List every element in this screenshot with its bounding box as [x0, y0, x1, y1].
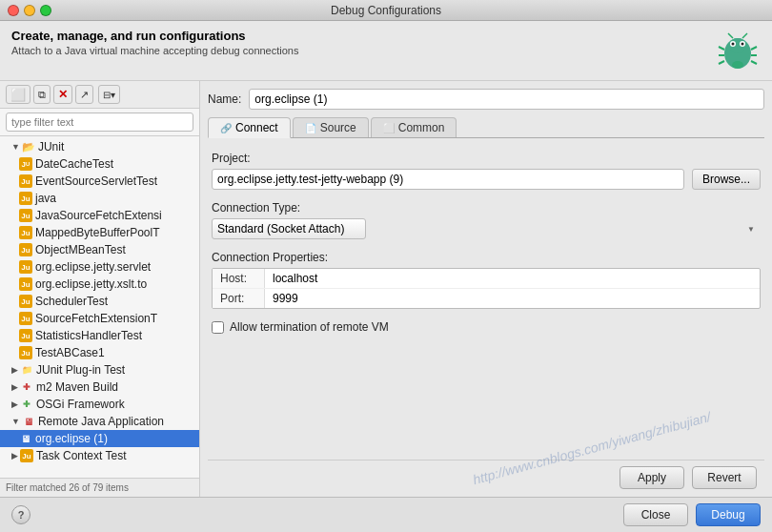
sidebar-item-junit-group[interactable]: ▼ 📂 JUnit	[0, 138, 199, 155]
sidebar-item-org-eclipse[interactable]: 🖥 org.eclipse (1)	[0, 430, 199, 447]
list-item[interactable]: Ju StatisticsHandlerTest	[0, 327, 199, 344]
apply-button[interactable]: Apply	[620, 466, 684, 489]
debug-button[interactable]: Debug	[696, 503, 761, 526]
tab-connect[interactable]: 🔗 Connect	[208, 117, 291, 138]
svg-line-11	[751, 47, 757, 50]
source-tab-label: Source	[320, 121, 356, 134]
sidebar-item-task-context[interactable]: ▶ Ju Task Context Test	[0, 447, 199, 464]
connection-type-select[interactable]: Standard (Socket Attach) Standard (Socke…	[212, 218, 366, 239]
name-row: Name:	[208, 89, 764, 110]
collapse-all-button[interactable]: ⊟▾	[98, 85, 120, 104]
project-label: Project:	[212, 152, 761, 165]
junit-icon: Ju	[19, 226, 32, 239]
junit-icon: Ju	[19, 260, 32, 274]
list-item[interactable]: Ju java	[0, 190, 199, 207]
junit-icon: Ju	[20, 449, 33, 462]
window-footer: ? Close Debug	[0, 497, 772, 532]
close-button[interactable]: Close	[623, 503, 688, 526]
delete-config-button[interactable]: ✕	[53, 85, 72, 104]
sidebar-item-osgi[interactable]: ▶ ✚ OSGi Framework	[0, 396, 199, 413]
allow-termination-row: Allow termination of remote VM	[212, 320, 761, 334]
connection-props-label: Connection Properties:	[212, 251, 761, 264]
svg-point-5	[742, 43, 744, 46]
junit-icon: Ju	[19, 295, 32, 308]
allow-termination-checkbox[interactable]	[212, 321, 224, 334]
junit-icon: Ju	[19, 329, 32, 342]
allow-termination-label[interactable]: Allow termination of remote VM	[230, 320, 389, 334]
connection-type-label: Connection Type:	[212, 201, 761, 215]
remote-java-icon: 🖥	[22, 415, 35, 428]
svg-line-8	[719, 47, 724, 50]
tab-source[interactable]: 📄 Source	[293, 117, 369, 137]
sidebar-item-remote-java[interactable]: ▼ 🖥 Remote Java Application	[0, 413, 199, 430]
list-item[interactable]: Ju org.eclipse.jetty.xslt.to	[0, 276, 199, 293]
name-label: Name:	[208, 92, 241, 106]
header-title: Create, manage, and run configurations	[11, 29, 298, 43]
source-tab-icon: 📄	[305, 123, 316, 133]
project-input[interactable]	[212, 169, 684, 190]
sidebar-search-area	[0, 109, 199, 136]
list-item[interactable]: Ju ObjectMBeanTest	[0, 241, 199, 258]
svg-line-10	[719, 61, 724, 64]
debug-icon	[715, 29, 761, 74]
new-config-button[interactable]: ⬜	[6, 85, 30, 104]
help-button[interactable]: ?	[11, 505, 30, 524]
maven-icon: ✚	[20, 380, 33, 394]
connection-props-section: Connection Properties: Host: Port:	[212, 251, 761, 309]
list-item[interactable]: Ju SourceFetchExtensionT	[0, 310, 199, 327]
filter-status: Filter matched 26 of 79 items	[6, 482, 129, 493]
junit-icon: JU	[19, 157, 32, 171]
export-config-button[interactable]: ↗	[75, 85, 93, 104]
svg-line-13	[751, 61, 757, 64]
list-item[interactable]: JU DateCacheTest	[0, 155, 199, 173]
list-item[interactable]: Ju SchedulerTest	[0, 293, 199, 310]
connection-props-table: Host: Port:	[212, 268, 761, 309]
common-tab-label: Common	[398, 121, 445, 134]
osgi-icon: ✚	[20, 398, 33, 411]
connect-tab-icon: 🔗	[220, 123, 232, 133]
sidebar-item-junit-plugin[interactable]: ▶ 📁 JUnit Plug-in Test	[0, 361, 199, 379]
header-subtitle: Attach to a Java virtual machine accepti…	[11, 45, 298, 56]
search-input[interactable]	[6, 113, 193, 132]
host-value	[265, 269, 760, 288]
port-row: Port:	[213, 289, 760, 308]
connection-type-section: Connection Type: Standard (Socket Attach…	[212, 201, 761, 239]
sidebar-footer: Filter matched 26 of 79 items	[0, 478, 199, 497]
junit-icon: Ju	[19, 277, 32, 291]
window-title: Debug Configurations	[331, 4, 441, 17]
junit-icon: Ju	[19, 346, 32, 359]
sidebar-toolbar: ⬜ ⧉ ✕ ↗ ⊟▾	[0, 81, 199, 109]
list-item[interactable]: Ju TestABCase1	[0, 344, 199, 361]
revert-button[interactable]: Revert	[692, 466, 757, 489]
port-input[interactable]	[273, 292, 752, 305]
sidebar: ⬜ ⧉ ✕ ↗ ⊟▾	[0, 81, 200, 497]
duplicate-config-button[interactable]: ⧉	[33, 85, 51, 104]
svg-line-7	[742, 33, 747, 38]
title-bar: Debug Configurations	[0, 0, 772, 21]
connect-tab-label: Connect	[235, 121, 278, 134]
config-icon: 🖥	[19, 432, 32, 445]
common-tab-icon: ⬜	[383, 123, 395, 133]
header: Create, manage, and run configurations A…	[0, 21, 772, 81]
list-item[interactable]: Ju MappedByteBufferPoolT	[0, 224, 199, 241]
action-bar: Apply Revert	[208, 460, 764, 489]
host-input[interactable]	[273, 272, 752, 285]
junit-icon: Ju	[19, 209, 32, 222]
sidebar-item-maven[interactable]: ▶ ✚ m2 Maven Build	[0, 379, 199, 396]
minimize-window-button[interactable]	[24, 5, 35, 16]
connection-type-wrapper: Standard (Socket Attach) Standard (Socke…	[212, 218, 761, 239]
name-input[interactable]	[249, 89, 764, 110]
window-controls[interactable]	[8, 5, 51, 16]
list-item[interactable]: Ju JavaSourceFetchExtensi	[0, 207, 199, 224]
folder-icon: 📁	[20, 363, 33, 377]
tab-common[interactable]: ⬜ Common	[371, 117, 457, 137]
list-item[interactable]: Ju EventSourceServletTest	[0, 173, 199, 190]
project-section: Project: Browse...	[212, 152, 761, 190]
maximize-window-button[interactable]	[40, 5, 51, 16]
sidebar-tree: ▼ 📂 JUnit JU DateCacheTest Ju EventSourc…	[0, 136, 199, 478]
port-value	[265, 289, 760, 308]
junit-icon: Ju	[19, 312, 32, 325]
browse-button[interactable]: Browse...	[692, 169, 761, 190]
close-window-button[interactable]	[8, 5, 19, 16]
list-item[interactable]: Ju org.eclipse.jetty.servlet	[0, 258, 199, 276]
